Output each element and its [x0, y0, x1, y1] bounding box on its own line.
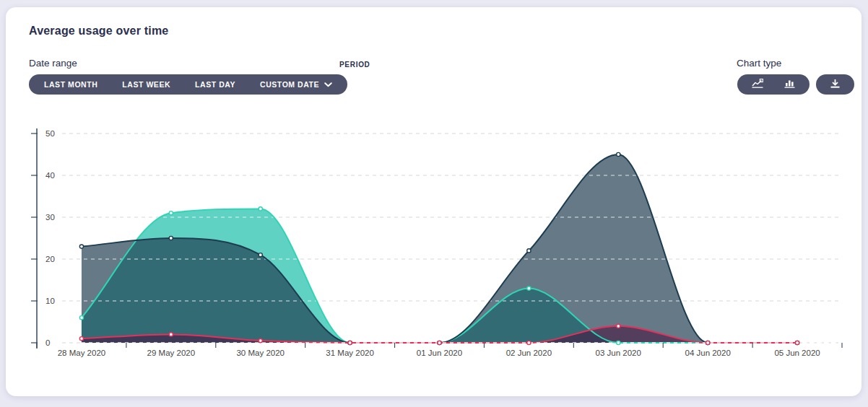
svg-text:28 May 2020: 28 May 2020: [58, 349, 106, 357]
svg-text:04 Jun 2020: 04 Jun 2020: [685, 349, 731, 357]
svg-text:0: 0: [45, 338, 50, 347]
page-background: { "header": { "title": "Average usage ov…: [0, 0, 868, 407]
date-range-button-last-month[interactable]: LAST MONTH: [32, 74, 110, 95]
button-label: LAST WEEK: [122, 80, 170, 89]
usage-card: Average usage over time Date range LAST …: [6, 7, 862, 396]
svg-text:20: 20: [45, 255, 55, 263]
date-range-button-custom-date[interactable]: CUSTOM DATE: [248, 74, 344, 95]
svg-text:31 May 2020: 31 May 2020: [326, 349, 374, 357]
svg-text:02 Jun 2020: 02 Jun 2020: [506, 349, 552, 357]
button-label: LAST DAY: [195, 80, 235, 89]
date-range-button-last-day[interactable]: LAST DAY: [183, 74, 248, 95]
bar-chart-icon: [784, 79, 795, 90]
svg-text:50: 50: [45, 129, 55, 138]
usage-chart[interactable]: 0102030405028 May 202029 May 202030 May …: [6, 115, 868, 369]
svg-text:30 May 2020: 30 May 2020: [236, 349, 285, 357]
button-label: LAST MONTH: [44, 80, 97, 89]
svg-text:03 Jun 2020: 03 Jun 2020: [596, 349, 641, 357]
chevron-down-icon: [324, 80, 332, 89]
period-dropdown[interactable]: DAILY: [339, 74, 403, 95]
date-range-group: LAST MONTH LAST WEEK LAST DAY CUSTOM DAT…: [29, 74, 347, 95]
bar-chart-button[interactable]: [774, 74, 805, 95]
svg-text:05 Jun 2020: 05 Jun 2020: [774, 349, 820, 357]
chart-type-group: [737, 74, 810, 95]
date-range-label: Date range: [29, 58, 77, 69]
button-label: CUSTOM DATE: [260, 80, 319, 89]
date-range-button-last-week[interactable]: LAST WEEK: [110, 74, 183, 95]
chevron-down-icon: [382, 80, 390, 89]
line-chart-icon: [752, 79, 763, 90]
download-icon: [830, 79, 841, 91]
period-label: PERIOD: [339, 61, 370, 69]
svg-text:10: 10: [45, 297, 55, 305]
download-button[interactable]: [816, 74, 854, 95]
svg-text:01 Jun 2020: 01 Jun 2020: [417, 349, 462, 357]
period-value: DAILY: [352, 80, 376, 89]
page-title: Average usage over time: [29, 25, 168, 38]
line-chart-button[interactable]: [742, 74, 773, 95]
svg-text:29 May 2020: 29 May 2020: [147, 349, 196, 357]
chart-type-label: Chart type: [737, 58, 781, 69]
svg-text:30: 30: [45, 213, 55, 222]
svg-text:40: 40: [45, 171, 55, 180]
